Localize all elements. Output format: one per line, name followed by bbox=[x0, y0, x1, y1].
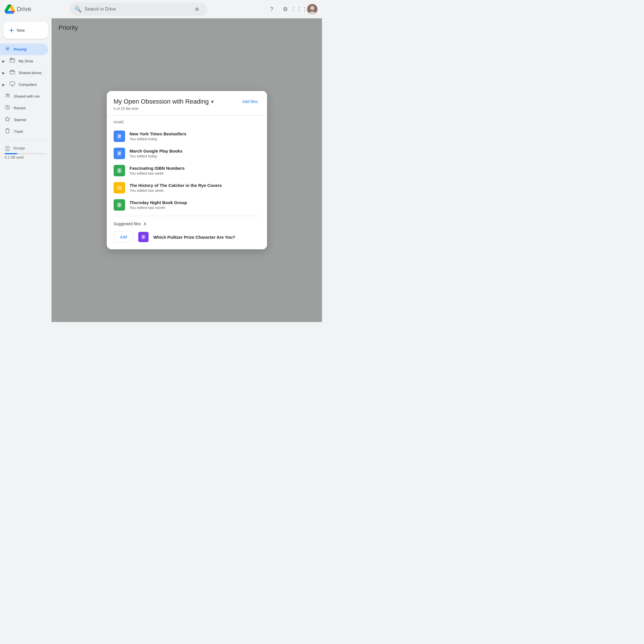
modal-subtitle: 5 of 25 file limit bbox=[114, 106, 260, 111]
suggested-chevron-icon: ∧ bbox=[143, 221, 147, 227]
list-item[interactable]: Thursday Night Book Group You edited las… bbox=[114, 196, 260, 214]
starred-icon bbox=[5, 116, 10, 123]
file-icon-docs bbox=[114, 148, 125, 159]
list-item[interactable]: Fascinating ISBN Numbers You edited last… bbox=[114, 162, 260, 179]
file-icon-slides bbox=[114, 182, 125, 193]
file-meta: You edited today bbox=[130, 137, 186, 141]
file-name: The History of The Catcher in the Rye Co… bbox=[130, 183, 222, 188]
file-info: March Google Play Books You edited today bbox=[130, 149, 183, 158]
file-info: Fascinating ISBN Numbers You edited last… bbox=[130, 166, 185, 175]
new-button[interactable]: + New bbox=[3, 22, 48, 39]
sidebar-label-shared-drives: Shared drives bbox=[19, 71, 42, 75]
sidebar-item-starred[interactable]: Starred bbox=[0, 114, 48, 126]
sidebar-label-my-drive: My Drive bbox=[19, 59, 33, 63]
settings-icon[interactable]: ⚙ bbox=[280, 3, 291, 15]
sidebar-label-shared-with-me: Shared with me bbox=[14, 94, 39, 98]
sidebar-item-trash[interactable]: Trash bbox=[0, 126, 48, 137]
recent-icon bbox=[5, 104, 10, 112]
search-bar[interactable]: 🔍 Search in Drive ⚙ bbox=[70, 3, 207, 16]
file-meta: You edited last week bbox=[130, 188, 222, 193]
svg-rect-5 bbox=[10, 58, 12, 59]
shared-drives-icon bbox=[9, 69, 15, 76]
file-name: Fascinating ISBN Numbers bbox=[130, 166, 185, 171]
suggested-item: Add Which Pulitzer Prize Character Are Y… bbox=[114, 232, 260, 242]
add-button[interactable]: Add bbox=[114, 232, 134, 242]
suggested-files-label: Suggested files bbox=[114, 222, 141, 226]
svg-rect-4 bbox=[10, 59, 15, 62]
search-filter-icon[interactable]: ⚙ bbox=[191, 3, 203, 15]
storage-icon bbox=[5, 146, 10, 151]
logo-area: Drive bbox=[5, 4, 39, 14]
sidebar-item-computers[interactable]: ▶ Computers bbox=[0, 79, 48, 90]
sidebar-label-recent: Recent bbox=[14, 106, 25, 110]
storage-area: Storage 4.1 GB used bbox=[0, 142, 52, 163]
sidebar-item-shared-with-me[interactable]: Shared with me bbox=[0, 90, 48, 102]
my-drive-arrow-icon: ▶ bbox=[2, 59, 5, 63]
list-item[interactable]: March Google Play Books You edited today bbox=[114, 145, 260, 162]
file-meta: You edited last month bbox=[130, 206, 187, 210]
file-info: Thursday Night Book Group You edited las… bbox=[130, 200, 187, 210]
storage-used-label: 4.1 GB used bbox=[5, 155, 47, 159]
shared-drives-arrow-icon: ▶ bbox=[2, 71, 5, 75]
computers-icon bbox=[9, 81, 15, 88]
section-divider bbox=[114, 216, 260, 216]
new-button-label: New bbox=[17, 28, 25, 33]
drive-logo-icon bbox=[5, 4, 15, 14]
new-button-icon: + bbox=[9, 26, 14, 34]
drive-logo-label: Drive bbox=[17, 5, 31, 13]
search-input[interactable]: Search in Drive bbox=[84, 7, 188, 12]
suggested-files-header[interactable]: Suggested files ∧ bbox=[114, 221, 260, 227]
computers-arrow-icon: ▶ bbox=[2, 83, 5, 87]
sidebar-item-recent[interactable]: Recent bbox=[0, 102, 48, 114]
modal-overlay: My Open Obsession with Reading ▾ Add fil… bbox=[52, 18, 322, 322]
sidebar-divider bbox=[5, 140, 47, 140]
help-icon[interactable]: ? bbox=[266, 3, 277, 15]
sidebar: + New Priority ▶ My Drive ▶ Shared drive… bbox=[0, 18, 52, 322]
storage-bar-fill bbox=[5, 153, 17, 154]
svg-rect-3 bbox=[5, 47, 10, 51]
svg-point-8 bbox=[6, 94, 7, 95]
priority-icon bbox=[5, 46, 10, 53]
file-meta: You edited today bbox=[130, 154, 183, 158]
file-icon-forms bbox=[138, 232, 149, 242]
modal: My Open Obsession with Reading ▾ Add fil… bbox=[107, 91, 267, 249]
file-info: New York Times Bestsellers You edited to… bbox=[130, 131, 186, 141]
sidebar-item-priority[interactable]: Priority bbox=[0, 44, 48, 55]
list-item[interactable]: The History of The Catcher in the Rye Co… bbox=[114, 179, 260, 196]
sidebar-label-trash: Trash bbox=[14, 129, 23, 134]
apps-icon[interactable]: ⋮⋮⋮ bbox=[293, 3, 305, 15]
my-drive-icon bbox=[9, 58, 15, 65]
main-layout: + New Priority ▶ My Drive ▶ Shared drive… bbox=[0, 18, 322, 322]
trash-icon bbox=[5, 128, 10, 135]
modal-header: My Open Obsession with Reading ▾ Add fil… bbox=[107, 91, 267, 116]
svg-point-9 bbox=[8, 94, 9, 95]
modal-title-text: My Open Obsession with Reading bbox=[114, 98, 209, 105]
modal-title-row: My Open Obsession with Reading ▾ Add fil… bbox=[114, 98, 260, 105]
file-list-column-header: Name bbox=[114, 120, 260, 124]
sidebar-label-starred: Starred bbox=[14, 118, 26, 122]
svg-rect-7 bbox=[10, 82, 15, 85]
svg-point-1 bbox=[310, 6, 314, 10]
file-name: Thursday Night Book Group bbox=[130, 200, 187, 205]
avatar[interactable] bbox=[307, 4, 317, 14]
sidebar-item-shared-drives[interactable]: ▶ Shared drives bbox=[0, 67, 48, 79]
sidebar-item-my-drive[interactable]: ▶ My Drive bbox=[0, 55, 48, 67]
search-icon: 🔍 bbox=[74, 6, 82, 13]
add-files-button[interactable]: Add files bbox=[240, 98, 260, 105]
file-info: The History of The Catcher in the Rye Co… bbox=[130, 183, 222, 193]
file-meta: You edited last week bbox=[130, 171, 185, 175]
shared-with-me-icon bbox=[5, 93, 10, 100]
svg-rect-6 bbox=[10, 71, 15, 74]
storage-label: Storage bbox=[13, 146, 25, 150]
sidebar-label-computers: Computers bbox=[19, 82, 37, 87]
list-item[interactable]: New York Times Bestsellers You edited to… bbox=[114, 128, 260, 145]
main-content: Priority My Open Obsession with Reading … bbox=[52, 18, 322, 322]
file-name: March Google Play Books bbox=[130, 149, 183, 153]
file-name: New York Times Bestsellers bbox=[130, 131, 186, 136]
svg-rect-24 bbox=[117, 186, 122, 190]
storage-bar bbox=[5, 153, 47, 154]
modal-title-chevron-icon[interactable]: ▾ bbox=[211, 98, 214, 105]
file-icon-sheets bbox=[114, 165, 125, 176]
file-icon-sheets bbox=[114, 199, 125, 211]
modal-title: My Open Obsession with Reading ▾ bbox=[114, 98, 214, 105]
